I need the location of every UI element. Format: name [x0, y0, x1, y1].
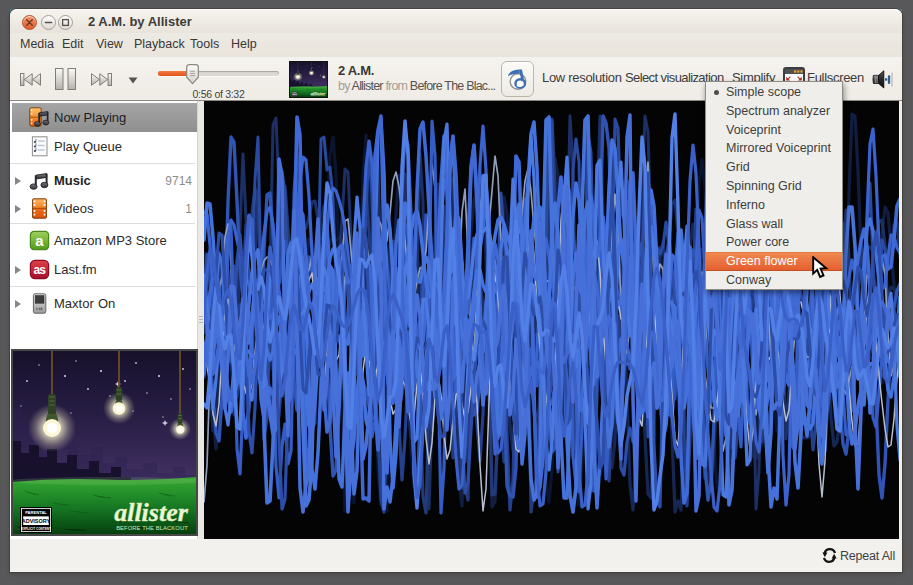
- svg-text:as: as: [34, 263, 47, 277]
- svg-text:a: a: [35, 232, 44, 249]
